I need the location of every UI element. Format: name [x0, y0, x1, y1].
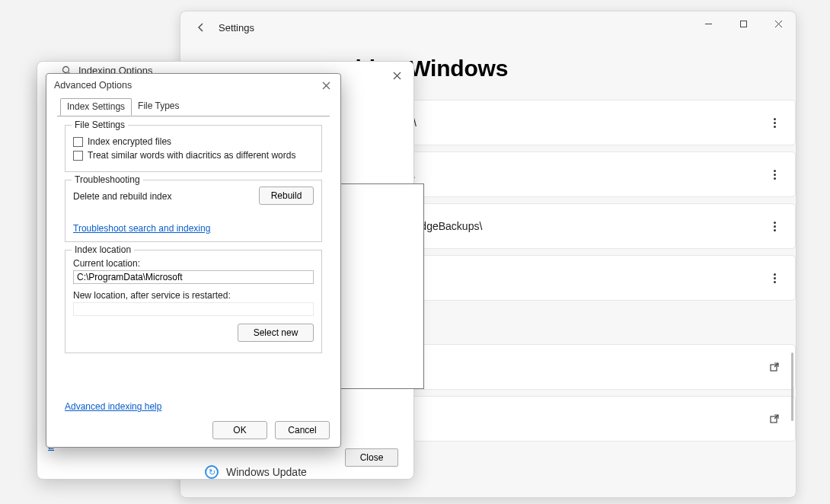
- svg-rect-1: [740, 21, 746, 27]
- popout-icon: [766, 362, 783, 372]
- advanced-close-button[interactable]: [316, 77, 336, 94]
- new-location-field[interactable]: [73, 302, 314, 316]
- diacritics-checkbox[interactable]: [73, 151, 83, 161]
- ok-button[interactable]: OK: [212, 421, 267, 439]
- popout-icon: [766, 413, 783, 424]
- file-settings-group-title: File Settings: [72, 120, 128, 130]
- windows-update-nav[interactable]: ↻ Windows Update: [205, 465, 307, 479]
- advanced-tabs: Index Settings File Types: [46, 98, 340, 116]
- more-options-button[interactable]: [766, 118, 783, 128]
- index-location-group-title: Index location: [72, 244, 134, 255]
- index-encrypted-checkbox[interactable]: [73, 137, 83, 147]
- back-button[interactable]: [190, 16, 212, 39]
- rebuild-button[interactable]: Rebuild: [259, 187, 314, 205]
- index-location-group: Index location Current location: New loc…: [65, 250, 322, 353]
- troubleshoot-link[interactable]: Troubleshoot search and indexing: [73, 223, 210, 234]
- advanced-options-dialog: Advanced Options Index Settings File Typ…: [46, 73, 341, 448]
- file-settings-group: File Settings Index encrypted files Trea…: [65, 125, 322, 172]
- more-options-button[interactable]: [766, 222, 783, 231]
- tab-file-types[interactable]: File Types: [132, 98, 185, 116]
- more-options-button[interactable]: [766, 273, 783, 283]
- troubleshooting-group-title: Troubleshooting: [72, 174, 143, 185]
- indexing-close-button[interactable]: [386, 65, 407, 86]
- indexing-close-footer-button[interactable]: Close: [345, 448, 398, 467]
- scrollbar[interactable]: [788, 56, 794, 490]
- update-icon: ↻: [205, 465, 219, 479]
- window-controls: [691, 11, 796, 36]
- troubleshooting-group: Troubleshooting Delete and rebuild index…: [65, 180, 322, 242]
- cancel-button[interactable]: Cancel: [275, 421, 330, 439]
- windows-update-label: Windows Update: [226, 466, 307, 478]
- settings-titlebar: Settings: [180, 11, 796, 43]
- close-button[interactable]: [761, 11, 796, 36]
- advanced-help-link[interactable]: Advanced indexing help: [65, 401, 161, 412]
- maximize-button[interactable]: [726, 11, 761, 36]
- select-new-button[interactable]: Select new: [238, 324, 314, 342]
- tab-index-settings[interactable]: Index Settings: [60, 98, 132, 116]
- current-location-field[interactable]: [73, 270, 314, 284]
- new-location-label: New location, after service is restarted…: [73, 290, 314, 301]
- index-encrypted-label: Index encrypted files: [88, 136, 171, 147]
- advanced-options-title: Advanced Options: [46, 74, 340, 97]
- minimize-button[interactable]: [691, 11, 726, 36]
- advanced-dialog-buttons: OK Cancel: [212, 421, 330, 439]
- diacritics-label: Treat similar words with diacritics as d…: [88, 150, 295, 161]
- delete-rebuild-label: Delete and rebuild index: [73, 191, 171, 202]
- settings-app-title: Settings: [219, 22, 254, 33]
- current-location-label: Current location:: [73, 258, 314, 269]
- svg-point-7: [63, 66, 69, 72]
- more-options-button[interactable]: [766, 170, 783, 180]
